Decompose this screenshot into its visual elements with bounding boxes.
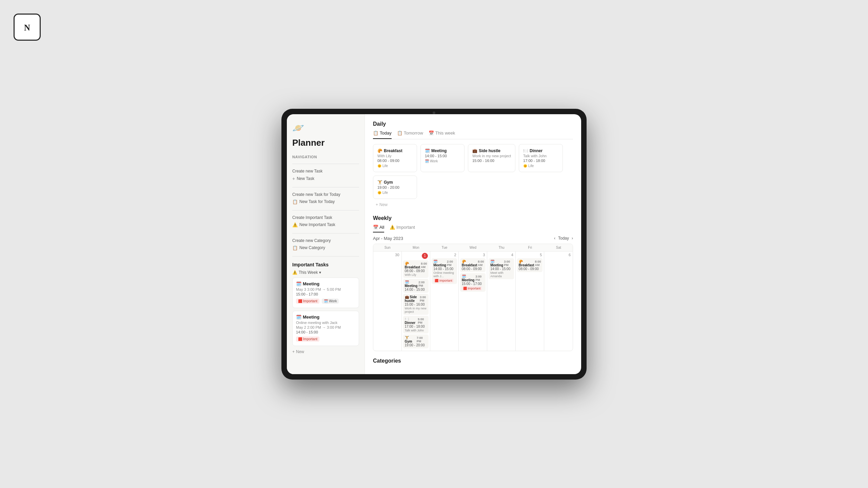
daily-card-dinner[interactable]: 🍽️ Dinner Talk with John 17:00 - 18:00 🌞…	[519, 144, 563, 172]
tab-this-week[interactable]: 📅 This week	[429, 130, 455, 139]
calendar-icon: 📋	[292, 199, 298, 204]
tab-today[interactable]: 📋 Today	[373, 130, 392, 139]
dinner-icon: 🍽️	[523, 148, 528, 153]
week-event-mon-sh-title: 💼 Side hustle 3:00 PM	[405, 295, 427, 303]
week-event-mon-breakfast-time: 08:00 - 09:00	[405, 269, 427, 273]
week-event-fri-breakfast[interactable]: 🥐 Breakfast 8:00 AM 08:00 - 09:00	[517, 258, 543, 272]
weekly-next-icon[interactable]: ›	[572, 236, 573, 241]
week-event-wed-meeting-timelabel: 3:00 PM	[475, 275, 484, 282]
daily-card-side-hustle[interactable]: 💼 Side hustle Work in my new project 15:…	[468, 144, 515, 172]
daily-card-gym[interactable]: 🏋️ Gym 19:00 - 20:00 🌞 Life	[373, 176, 417, 199]
daily-section-title: Daily	[373, 121, 573, 127]
meeting-daily-tag: 🗓️ Work	[425, 159, 460, 163]
week-event-mon-gym[interactable]: 🏋️ Gym 7:00 PM 19:00 - 20:00	[403, 334, 429, 348]
important-task-card-1[interactable]: 🗓️ Meeting May 3 3:00 PM → 5:00 PM 15:00…	[292, 278, 359, 308]
week-event-mon-gym-timelabel: 7:00 PM	[417, 336, 427, 343]
daily-cards-container: 🥐 Breakfast With Lily 08:00 - 09:00 🌞 Li…	[373, 144, 573, 199]
task-1-title: 🗓️ Meeting	[296, 281, 355, 286]
day-header-sat: Sat	[544, 244, 573, 251]
day-cell-30: 30	[373, 251, 402, 351]
week-event-thu-meeting-time: 14:00 - 15:00	[490, 267, 512, 271]
weekly-section-title: Weekly	[373, 215, 573, 221]
week-event-thu-meeting-timelabel: 3:00 PM	[504, 260, 512, 267]
side-hustle-icon: 💼	[472, 148, 477, 153]
dinner-time: 17:00 - 18:00	[523, 159, 558, 163]
day-number-1: 1	[403, 253, 429, 259]
breakfast-time: 08:00 - 09:00	[377, 159, 413, 163]
week-event-wed-important-tag: 🟥 Important	[462, 286, 482, 290]
dinner-life-icon: 🌞	[523, 164, 527, 168]
page-title: Planner	[292, 138, 359, 148]
day-cell-6: 6	[544, 251, 573, 351]
week-event-mon-meeting-title: 🗓️ Meeting 2:00 PM	[405, 280, 427, 288]
week-event-mon-dinner[interactable]: 🍽️ Dinner 5:00 PM 17:00 - 18:00 Talk wit…	[403, 316, 429, 333]
side-hustle-sub: Work in my new project	[472, 154, 511, 158]
week-event-mon-dinner-sub: Talk with John	[405, 329, 427, 332]
notion-logo: N	[14, 14, 41, 41]
week-event-thu-meeting-sub: Meet with Amanda	[490, 271, 512, 278]
week-event-wed-meeting[interactable]: 🗓️ Meeting 3:00 PM 15:00 - 17:00 🟥 Impor…	[460, 273, 486, 292]
new-task-today-button[interactable]: 📋 New Task for Today	[292, 198, 335, 205]
week-event-mon-meeting[interactable]: 🗓️ Meeting 2:00 PM 14:00 - 15:00	[403, 279, 429, 293]
new-task-label: New Task	[297, 176, 314, 181]
weekly-tabs: 📅 All ⚠️ Important	[373, 225, 573, 232]
daily-card-meeting[interactable]: 🗓️ Meeting 14:00 - 15:00 🗓️ Work	[420, 144, 465, 172]
weekly-grid: Sun Mon Tue Wed Thu Fri Sat 30 1	[373, 244, 573, 351]
task-2-time: 14:00 - 15:00	[296, 330, 355, 334]
weekly-today-btn[interactable]: Today	[558, 236, 569, 241]
gym-life-icon: 🌞	[377, 191, 381, 195]
day-header-fri: Fri	[516, 244, 545, 251]
tab-tomorrow-icon: 📋	[397, 130, 402, 136]
day-cell-2: 2 🗓️ Meeting 2:00 PM 14:00 - 15:00 Onlin…	[430, 251, 459, 351]
meeting-icon-2: 🗓️	[296, 314, 301, 320]
week-event-tue-meeting-timelabel: 2:00 PM	[447, 260, 455, 267]
sidebar-new-button[interactable]: + New	[292, 349, 359, 355]
app-icon: 🪐	[292, 122, 359, 134]
week-event-tue-important-tag: 🟥 Important	[433, 279, 454, 283]
breakfast-sub: With Lily	[377, 154, 413, 158]
weekly-important-icon: ⚠️	[390, 225, 395, 230]
week-event-mon-breakfast[interactable]: 🥐 Breakfast 8:00 AM 08:00 - 09:00 With L…	[403, 260, 429, 278]
day-header-wed: Wed	[459, 244, 488, 251]
meeting-daily-title: 🗓️ Meeting	[425, 148, 460, 153]
weekly-section: Weekly 📅 All ⚠️ Important Apr - May 2023…	[373, 215, 573, 351]
task-1-date: May 3 3:00 PM → 5:00 PM	[296, 287, 355, 291]
daily-section: Daily 📋 Today 📋 Tomorrow 📅 This week	[373, 121, 573, 208]
week-event-wed-breakfast[interactable]: 🥐 Breakfast 8:00 AM 08:00 - 09:00	[460, 258, 486, 272]
new-important-task-button[interactable]: ⚠️ New Important Task	[292, 221, 335, 228]
tab-tomorrow[interactable]: 📋 Tomorrow	[397, 130, 423, 139]
meeting-icon-1: 🗓️	[296, 281, 301, 286]
new-task-button[interactable]: + New Task	[292, 175, 314, 182]
week-event-mon-side-hustle[interactable]: 💼 Side hustle 3:00 PM 15:00 - 16:00 Work…	[403, 294, 429, 315]
weekly-nav: ‹ Today ›	[554, 236, 573, 241]
task-2-date: May 2 2:00 PM → 3:00 PM	[296, 325, 355, 329]
weekly-tab-important[interactable]: ⚠️ Important	[390, 225, 415, 232]
week-event-mon-dinner-time: 17:00 - 18:00	[405, 325, 427, 328]
day-header-tue: Tue	[430, 244, 459, 251]
important-tasks-title: Important Tasks	[292, 262, 359, 267]
this-week-label[interactable]: ⚠️ This Week ▾	[292, 270, 359, 275]
new-category-button[interactable]: 📋 New Category	[292, 244, 325, 251]
sidebar: 🪐 Planner Navigation Create new Task + N…	[287, 114, 365, 374]
day-number-3: 3	[460, 253, 486, 257]
task-1-important-tag: 🟥 Important	[296, 299, 319, 304]
warning-icon: ⚠️	[292, 222, 298, 227]
create-category-section: Create new Category 📋 New Category	[292, 238, 359, 251]
important-task-card-2[interactable]: 🗓️ Meeting Online meeting with Jack May …	[292, 311, 359, 346]
chevron-down-icon: ▾	[319, 270, 321, 275]
tab-tomorrow-label: Tomorrow	[404, 130, 423, 136]
weekly-tab-all[interactable]: 📅 All	[373, 225, 384, 232]
daily-new-button[interactable]: + New	[373, 201, 573, 208]
week-event-tue-meeting[interactable]: 🗓️ Meeting 2:00 PM 14:00 - 15:00 Online …	[432, 258, 457, 284]
new-task-today-label: New Task for Today	[299, 199, 335, 204]
weekly-date-range: Apr - May 2023	[373, 236, 403, 241]
weekly-prev-icon[interactable]: ‹	[554, 236, 555, 241]
week-event-fri-breakfast-time: 08:00 - 09:00	[519, 267, 541, 271]
day-cell-1: 1 🥐 Breakfast 8:00 AM 08:00 - 09:00 With…	[402, 251, 431, 351]
daily-card-breakfast[interactable]: 🥐 Breakfast With Lily 08:00 - 09:00 🌞 Li…	[373, 144, 417, 172]
week-event-mon-gym-title: 🏋️ Gym 7:00 PM	[405, 336, 427, 343]
week-event-wed-breakfast-timelabel: 8:00 AM	[478, 260, 484, 267]
week-event-mon-sh-time: 15:00 - 16:00	[405, 303, 427, 306]
week-event-thu-meeting[interactable]: 🗓️ Meeting 3:00 PM 14:00 - 15:00 Meet wi…	[489, 258, 514, 279]
gym-icon: 🏋️	[377, 180, 382, 185]
